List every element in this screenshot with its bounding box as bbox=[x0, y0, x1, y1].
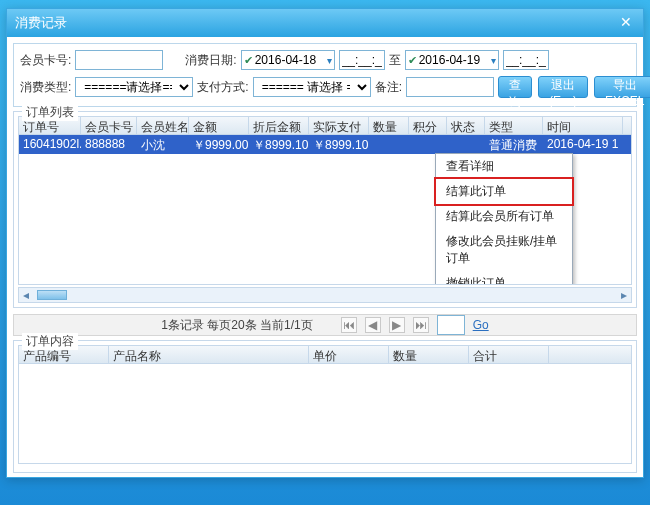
time-to-input[interactable] bbox=[503, 50, 549, 70]
scroll-left-icon[interactable]: ◂ bbox=[19, 288, 33, 302]
order-detail-header: 产品编号 产品名称 单价 数量 合计 bbox=[18, 345, 632, 364]
pager-next-icon[interactable]: ▶ bbox=[389, 317, 405, 333]
dcol-price[interactable]: 单价 bbox=[309, 346, 389, 363]
pager-last-icon[interactable]: ⏭ bbox=[413, 317, 429, 333]
remark-input[interactable] bbox=[406, 77, 494, 97]
ctx-revoke[interactable]: 撤销此订单 bbox=[436, 271, 572, 285]
order-detail-body[interactable] bbox=[18, 364, 632, 464]
close-icon[interactable]: ✕ bbox=[617, 14, 635, 32]
dcol-product-name[interactable]: 产品名称 bbox=[109, 346, 309, 363]
pager-prev-icon[interactable]: ◀ bbox=[365, 317, 381, 333]
check-icon: ✔ bbox=[408, 54, 417, 67]
order-list-title: 订单列表 bbox=[22, 104, 78, 121]
ctx-settle-all[interactable]: 结算此会员所有订单 bbox=[436, 204, 572, 229]
consume-type-select[interactable]: ======请选择====== bbox=[75, 77, 193, 97]
order-detail-title: 订单内容 bbox=[22, 333, 78, 350]
export-excel-button[interactable]: 导出EXCEL bbox=[594, 76, 650, 98]
member-card-label: 会员卡号: bbox=[20, 52, 71, 69]
col-status[interactable]: 状态 bbox=[447, 117, 485, 134]
remark-label: 备注: bbox=[375, 79, 402, 96]
chevron-down-icon[interactable]: ▾ bbox=[327, 55, 332, 66]
pager-first-icon[interactable]: ⏮ bbox=[341, 317, 357, 333]
date-to-input[interactable] bbox=[419, 53, 489, 67]
col-name[interactable]: 会员姓名 bbox=[137, 117, 189, 134]
dcol-qty[interactable]: 数量 bbox=[389, 346, 469, 363]
to-label: 至 bbox=[389, 52, 401, 69]
order-list-body[interactable]: 16041902l... 888888 小沈 ￥9999.00 ￥8999.10… bbox=[18, 135, 632, 285]
pay-type-label: 支付方式: bbox=[197, 79, 248, 96]
scroll-thumb[interactable] bbox=[37, 290, 67, 300]
filter-panel: 会员卡号: 消费日期: ✔ ▾ 至 ✔ ▾ 消费类型: ======请选择===… bbox=[13, 43, 637, 107]
hscrollbar[interactable]: ◂ ▸ bbox=[18, 287, 632, 303]
date-label: 消费日期: bbox=[185, 52, 236, 69]
context-menu[interactable]: 查看详细 结算此订单 结算此会员所有订单 修改此会员挂账/挂单订单 撤销此订单 … bbox=[435, 153, 573, 285]
col-type[interactable]: 类型 bbox=[485, 117, 543, 134]
col-card-no[interactable]: 会员卡号 bbox=[81, 117, 137, 134]
exit-button[interactable]: 退出(Esc) bbox=[538, 76, 588, 98]
col-qty[interactable]: 数量 bbox=[369, 117, 409, 134]
order-list-fieldset: 订单列表 订单号 会员卡号 会员姓名 金额 折后金额 实际支付 数量 积分 状态… bbox=[13, 111, 637, 308]
date-to-picker[interactable]: ✔ ▾ bbox=[405, 50, 499, 70]
chevron-down-icon[interactable]: ▾ bbox=[491, 55, 496, 66]
order-list-header: 订单号 会员卡号 会员姓名 金额 折后金额 实际支付 数量 积分 状态 类型 时… bbox=[18, 116, 632, 135]
query-button[interactable]: 查询 bbox=[498, 76, 532, 98]
check-icon: ✔ bbox=[244, 54, 253, 67]
col-discount-amount[interactable]: 折后金额 bbox=[249, 117, 309, 134]
order-detail-fieldset: 订单内容 产品编号 产品名称 单价 数量 合计 bbox=[13, 340, 637, 473]
col-time[interactable]: 时间 bbox=[543, 117, 623, 134]
table-row[interactable]: 16041902l... 888888 小沈 ￥9999.00 ￥8999.10… bbox=[19, 135, 631, 154]
ctx-modify-credit[interactable]: 修改此会员挂账/挂单订单 bbox=[436, 229, 572, 271]
time-from-input[interactable] bbox=[339, 50, 385, 70]
date-from-input[interactable] bbox=[255, 53, 325, 67]
ctx-view-detail[interactable]: 查看详细 bbox=[436, 154, 572, 179]
ctx-settle-order[interactable]: 结算此订单 bbox=[434, 177, 574, 206]
pay-type-select[interactable]: ====== 请选择 ====== bbox=[253, 77, 371, 97]
col-paid[interactable]: 实际支付 bbox=[309, 117, 369, 134]
consume-type-label: 消费类型: bbox=[20, 79, 71, 96]
pager-go-link[interactable]: Go bbox=[473, 318, 489, 332]
pager-text: 1条记录 每页20条 当前1/1页 bbox=[161, 317, 312, 334]
titlebar[interactable]: 消费记录 ✕ bbox=[7, 9, 643, 37]
window-title: 消费记录 bbox=[15, 14, 67, 32]
pager-page-input[interactable] bbox=[437, 315, 465, 335]
col-points[interactable]: 积分 bbox=[409, 117, 447, 134]
col-amount[interactable]: 金额 bbox=[189, 117, 249, 134]
scroll-right-icon[interactable]: ▸ bbox=[617, 288, 631, 302]
date-from-picker[interactable]: ✔ ▾ bbox=[241, 50, 335, 70]
consumption-record-window: 消费记录 ✕ 会员卡号: 消费日期: ✔ ▾ 至 ✔ ▾ 消费类型: bbox=[6, 8, 644, 478]
dcol-total[interactable]: 合计 bbox=[469, 346, 549, 363]
member-card-input[interactable] bbox=[75, 50, 163, 70]
pager: 1条记录 每页20条 当前1/1页 ⏮ ◀ ▶ ⏭ Go bbox=[13, 314, 637, 336]
